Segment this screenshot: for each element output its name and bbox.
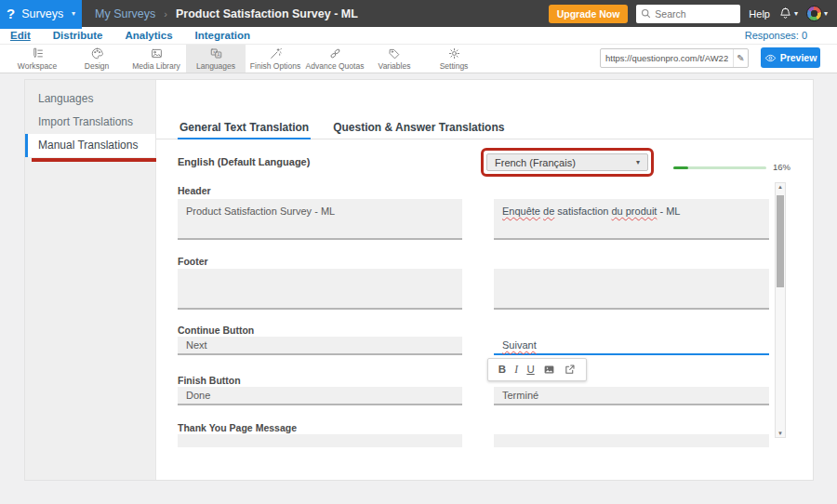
section-label-footer: Footer <box>178 256 208 267</box>
chevron-down-icon: ▾ <box>636 158 640 166</box>
media-library-icon <box>150 46 164 60</box>
tool-languages[interactable]: × A Languages <box>186 45 246 73</box>
nav-items: Edit Distribute Analytics Integration <box>0 27 837 43</box>
responses-count[interactable]: Responses: 0 <box>745 30 807 41</box>
section-label-header: Header <box>178 185 211 196</box>
nav-analytics[interactable]: Analytics <box>125 29 172 43</box>
questionpro-app: ? Surveys ▾ My Surveys › Product Satisfa… <box>0 0 837 504</box>
bell-icon <box>778 7 792 20</box>
eye-icon <box>764 53 777 63</box>
chevron-down-icon: ▾ <box>794 9 798 18</box>
tool-advance-quotas[interactable]: Advance Quotas <box>305 45 365 73</box>
notifications-menu[interactable]: ▾ <box>778 7 798 20</box>
tool-finish-options[interactable]: Finish Options <box>246 45 305 73</box>
primary-nav: Edit Distribute Analytics Integration Re… <box>0 27 837 44</box>
magic-wand-icon <box>269 46 283 60</box>
workspace-icon <box>31 46 45 60</box>
scrollbar-thumb[interactable] <box>777 195 784 287</box>
questionpro-logo: ? <box>7 6 15 21</box>
finish-target-field[interactable]: Terminé <box>494 387 769 405</box>
global-search[interactable] <box>636 5 740 23</box>
top-header-bar: ? Surveys ▾ My Surveys › Product Satisfa… <box>0 0 837 27</box>
insert-link-button[interactable] <box>564 364 576 376</box>
translation-tabs: General Text Translation Question & Answ… <box>156 117 813 139</box>
tool-media-library[interactable]: Media Library <box>126 45 186 73</box>
thankyou-source-field[interactable] <box>178 434 462 447</box>
thankyou-target-field[interactable] <box>494 434 769 447</box>
product-switcher[interactable]: ? Surveys ▾ <box>0 0 82 27</box>
section-label-thank-you: Thank You Page Message <box>178 422 297 433</box>
header-source-field[interactable]: Product Satisfaction Survey - ML <box>178 199 462 240</box>
sidebar-item-import-translations[interactable]: Import Translations <box>25 111 155 134</box>
header-target-field[interactable]: Enquête de satisfaction du produit - ML <box>494 199 769 240</box>
sidebar-item-manual-translations[interactable]: Manual Translations <box>25 134 155 157</box>
chevron-down-icon: ▾ <box>72 9 75 18</box>
continue-source-field[interactable]: Next <box>178 337 462 355</box>
manual-translations-content: General Text Translation Question & Answ… <box>156 80 813 480</box>
tool-settings[interactable]: Settings <box>424 45 484 73</box>
target-language-select[interactable]: French (Français) ▾ <box>486 153 648 171</box>
sidebar-item-languages[interactable]: Languages <box>25 87 155 111</box>
product-menu-label: Surveys <box>21 7 63 20</box>
footer-target-field[interactable] <box>494 269 769 310</box>
design-palette-icon <box>90 46 104 60</box>
rich-text-toolbar: B I U <box>487 358 587 381</box>
translations-sidebar: Languages Import Translations Manual Tra… <box>25 80 156 480</box>
scroll-down-arrow[interactable]: ▼ <box>776 431 785 436</box>
svg-text:×: × <box>212 50 215 55</box>
nav-accent-strip <box>0 27 82 29</box>
avatar <box>806 6 822 21</box>
languages-translate-icon: × A <box>209 46 223 60</box>
red-annotation-underline <box>32 158 169 162</box>
topbar-right-cluster: Upgrade Now Help ▾ ▾ <box>549 5 837 23</box>
translation-progress-bar <box>673 166 766 169</box>
chain-links-icon <box>328 46 342 60</box>
nav-distribute[interactable]: Distribute <box>53 29 103 43</box>
tab-question-answer-translations[interactable]: Question & Answer Translations <box>331 117 506 139</box>
progress-fill <box>673 166 688 169</box>
footer-source-field[interactable] <box>178 269 462 310</box>
survey-url-group: ✎ <box>600 48 749 68</box>
tool-design[interactable]: Design <box>67 45 126 73</box>
nav-edit[interactable]: Edit <box>10 29 31 43</box>
tag-icon <box>388 46 402 60</box>
help-link[interactable]: Help <box>749 8 770 20</box>
section-label-finish-button: Finish Button <box>178 375 241 386</box>
account-menu[interactable]: ▾ <box>806 6 828 21</box>
content-scrollbar[interactable]: ▲ ▼ <box>775 182 786 438</box>
breadcrumb-my-surveys[interactable]: My Surveys <box>95 7 155 20</box>
edit-url-pencil-icon[interactable]: ✎ <box>733 49 748 67</box>
chevron-down-icon: ▾ <box>824 9 828 18</box>
upgrade-now-button[interactable]: Upgrade Now <box>549 5 629 23</box>
tool-variables[interactable]: Variables <box>365 45 424 73</box>
survey-url-input[interactable] <box>601 53 733 63</box>
scroll-up-arrow[interactable]: ▲ <box>776 184 785 190</box>
survey-title: Product Satisfaction Survey - ML <box>176 7 358 20</box>
red-annotation-box: French (Français) ▾ <box>481 148 654 177</box>
underline-button[interactable]: U <box>526 359 534 380</box>
insert-image-button[interactable] <box>543 364 555 376</box>
bold-button[interactable]: B <box>498 359 506 380</box>
search-input[interactable] <box>655 8 736 20</box>
search-icon <box>641 8 651 19</box>
preview-button[interactable]: Preview <box>761 47 820 68</box>
default-language-label: English (Default Language) <box>178 156 310 167</box>
progress-percent-label: 16% <box>773 162 790 172</box>
nav-integration[interactable]: Integration <box>195 29 250 43</box>
finish-source-field[interactable]: Done <box>178 387 462 405</box>
italic-button[interactable]: I <box>514 359 518 380</box>
gear-icon <box>447 46 461 60</box>
section-label-continue-button: Continue Button <box>178 325 254 336</box>
breadcrumb-separator-icon: › <box>164 8 167 20</box>
translations-card: Languages Import Translations Manual Tra… <box>24 79 814 481</box>
tool-workspace[interactable]: Workspace <box>7 45 67 73</box>
continue-target-field[interactable]: Suivant <box>494 337 769 355</box>
tab-general-text-translation[interactable]: General Text Translation <box>178 117 311 139</box>
breadcrumb: My Surveys › Product Satisfaction Survey… <box>95 7 358 20</box>
